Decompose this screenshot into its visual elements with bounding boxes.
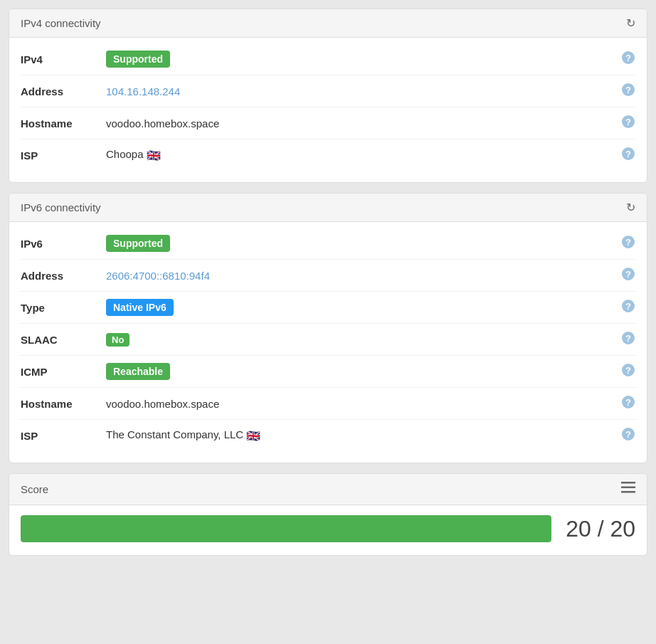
svg-rect-22 bbox=[621, 482, 635, 484]
table-row: Address 2606:4700::6810:94f4 ? bbox=[21, 260, 635, 292]
table-row: Hostname voodoo.homebox.space ? bbox=[21, 107, 635, 139]
svg-text:?: ? bbox=[625, 53, 631, 63]
table-row: SLAAC No ? bbox=[21, 324, 635, 356]
ipv6-status-value: Supported bbox=[106, 235, 615, 252]
ipv6-icmp-value: Reachable bbox=[106, 363, 615, 380]
ipv6-address-help-icon[interactable]: ? bbox=[621, 267, 635, 284]
svg-text:?: ? bbox=[625, 117, 631, 127]
ipv6-hostname-label: Hostname bbox=[21, 398, 106, 410]
table-row: IPv4 Supported ? bbox=[21, 43, 635, 75]
ipv4-address-help-icon[interactable]: ? bbox=[621, 83, 635, 100]
ipv6-isp-help-icon[interactable]: ? bbox=[621, 427, 635, 444]
ipv4-address-label: Address bbox=[21, 85, 106, 97]
score-bar-wrap bbox=[21, 515, 551, 542]
ipv6-type-badge: Native IPv6 bbox=[106, 299, 174, 316]
svg-text:?: ? bbox=[625, 149, 631, 159]
svg-text:?: ? bbox=[625, 365, 631, 376]
ipv6-address-label: Address bbox=[21, 270, 106, 282]
ipv6-type-label: Type bbox=[21, 302, 106, 314]
svg-text:?: ? bbox=[625, 333, 631, 344]
table-row: Hostname voodoo.homebox.space ? bbox=[21, 388, 635, 420]
ipv4-isp-text: Choopa bbox=[106, 148, 144, 160]
score-bar-fill bbox=[21, 515, 551, 542]
ipv6-isp-value: The Constant Company, LLC 🇬🇧 bbox=[106, 428, 615, 443]
ipv6-address-link[interactable]: 2606:4700::6810:94f4 bbox=[106, 270, 210, 282]
ipv4-label: IPv4 bbox=[21, 53, 106, 65]
ipv4-help-icon[interactable]: ? bbox=[621, 51, 635, 68]
ipv4-address-value: 104.16.148.244 bbox=[106, 85, 615, 97]
ipv4-title: IPv4 connectivity bbox=[21, 17, 101, 29]
ipv4-hostname-help-icon[interactable]: ? bbox=[621, 115, 635, 132]
ipv6-label: IPv6 bbox=[21, 238, 106, 250]
ipv4-card: IPv4 connectivity ↻ IPv4 Supported ? Add… bbox=[9, 9, 647, 183]
ipv4-isp-help-icon[interactable]: ? bbox=[621, 147, 635, 164]
svg-text:?: ? bbox=[625, 301, 631, 312]
uk-flag-icon: 🇬🇧 bbox=[147, 149, 161, 162]
table-row: Type Native IPv6 ? bbox=[21, 292, 635, 324]
ipv4-address-link[interactable]: 104.16.148.244 bbox=[106, 85, 180, 97]
ipv6-supported-badge: Supported bbox=[106, 235, 170, 252]
ipv4-supported-badge: Supported bbox=[106, 51, 170, 68]
ipv4-refresh-icon[interactable]: ↻ bbox=[626, 16, 635, 30]
ipv6-icmp-badge: Reachable bbox=[106, 363, 170, 380]
ipv4-isp-label: ISP bbox=[21, 149, 106, 162]
ipv6-help-icon[interactable]: ? bbox=[621, 235, 635, 252]
score-title: Score bbox=[21, 483, 48, 495]
ipv6-slaac-badge: No bbox=[106, 333, 129, 347]
svg-text:?: ? bbox=[625, 269, 631, 280]
ipv6-slaac-value: No bbox=[106, 333, 615, 347]
uk-flag-icon-2: 🇬🇧 bbox=[246, 430, 260, 442]
ipv6-slaac-label: SLAAC bbox=[21, 334, 106, 346]
ipv6-refresh-icon[interactable]: ↻ bbox=[626, 201, 635, 214]
ipv6-type-value: Native IPv6 bbox=[106, 299, 615, 316]
score-card-header: Score bbox=[9, 474, 647, 505]
score-card: Score 20 / 20 bbox=[9, 473, 647, 556]
score-bar-container: 20 / 20 bbox=[9, 505, 647, 555]
svg-text:?: ? bbox=[625, 85, 631, 95]
table-row: ICMP Reachable ? bbox=[21, 356, 635, 388]
ipv6-icmp-label: ICMP bbox=[21, 366, 106, 378]
ipv6-address-value: 2606:4700::6810:94f4 bbox=[106, 270, 615, 282]
svg-text:?: ? bbox=[625, 397, 631, 408]
ipv4-card-header: IPv4 connectivity ↻ bbox=[9, 9, 647, 38]
ipv6-type-help-icon[interactable]: ? bbox=[621, 299, 635, 316]
table-row: ISP The Constant Company, LLC 🇬🇧 ? bbox=[21, 420, 635, 451]
ipv6-isp-text: The Constant Company, LLC bbox=[106, 428, 243, 440]
ipv4-status-value: Supported bbox=[106, 51, 615, 68]
ipv4-hostname-value: voodoo.homebox.space bbox=[106, 117, 615, 130]
ipv6-hostname-value: voodoo.homebox.space bbox=[106, 398, 615, 410]
ipv4-hostname-label: Hostname bbox=[21, 117, 106, 130]
ipv6-hostname-help-icon[interactable]: ? bbox=[621, 395, 635, 412]
ipv4-card-body: IPv4 Supported ? Address 104.16.148.244 … bbox=[9, 38, 647, 182]
score-list-icon[interactable] bbox=[621, 481, 635, 497]
table-row: Address 104.16.148.244 ? bbox=[21, 75, 635, 107]
ipv6-card-body: IPv6 Supported ? Address 2606:4700::6810… bbox=[9, 222, 647, 463]
svg-text:?: ? bbox=[625, 429, 631, 440]
svg-text:?: ? bbox=[625, 237, 631, 248]
ipv6-card-header: IPv6 connectivity ↻ bbox=[9, 194, 647, 222]
svg-rect-23 bbox=[621, 487, 635, 489]
ipv6-card: IPv6 connectivity ↻ IPv6 Supported ? Add… bbox=[9, 193, 647, 463]
ipv6-slaac-help-icon[interactable]: ? bbox=[621, 331, 635, 348]
ipv6-isp-label: ISP bbox=[21, 430, 106, 442]
table-row: IPv6 Supported ? bbox=[21, 228, 635, 260]
table-row: ISP Choopa 🇬🇧 ? bbox=[21, 139, 635, 171]
ipv6-title: IPv6 connectivity bbox=[21, 201, 101, 213]
ipv4-isp-value: Choopa 🇬🇧 bbox=[106, 148, 615, 162]
ipv6-icmp-help-icon[interactable]: ? bbox=[621, 363, 635, 380]
svg-rect-24 bbox=[621, 491, 635, 493]
score-display: 20 / 20 bbox=[566, 516, 635, 542]
